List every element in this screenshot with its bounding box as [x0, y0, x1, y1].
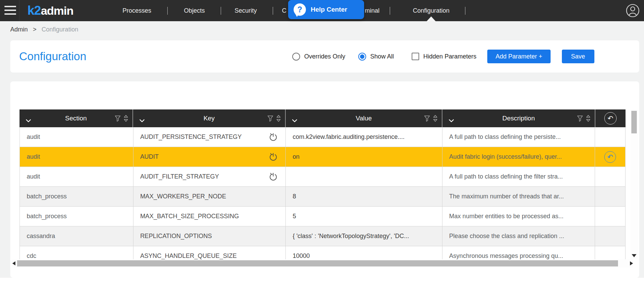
navbar-divider	[19, 0, 20, 21]
top-navbar: k2admin Processes Objects Security C min…	[0, 0, 644, 21]
grid-rows-viewport: audit AUDIT_PERSISTENCE_STRATEGY com.k2v…	[20, 127, 626, 259]
save-button[interactable]: Save	[562, 50, 594, 63]
logo-admin: admin	[41, 4, 73, 17]
hidden-parameters-label: Hidden Parameters	[423, 53, 476, 60]
overrides-only-label: Overrides Only	[304, 53, 345, 60]
sort-icon[interactable]	[124, 114, 128, 122]
revert-cell: ↶	[595, 207, 625, 226]
nav-separator	[221, 7, 221, 15]
value-cell[interactable]: 8	[286, 187, 442, 206]
description-cell[interactable]: Audit fabric login (success/failure), qu…	[442, 147, 595, 167]
filter-icon[interactable]	[576, 114, 584, 122]
table-row: audit AUDIT_FILTER_STRATEGY A full path …	[20, 167, 625, 187]
key-cell[interactable]: AUDIT_PERSISTENCE_STRATEGY	[133, 127, 286, 147]
filter-icon[interactable]	[423, 114, 431, 122]
revert-all-button[interactable]: ↶	[604, 112, 617, 125]
value-cell[interactable]	[286, 167, 442, 186]
nav-item-processes[interactable]: Processes	[123, 0, 151, 21]
restart-icon	[269, 152, 278, 161]
breadcrumb: Admin > Configuration	[10, 26, 78, 33]
description-cell[interactable]: Asynchronous messages processing qu...	[442, 246, 595, 259]
breadcrumb-current: Configuration	[42, 26, 78, 33]
key-cell[interactable]: MAX_BATCH_SIZE_PROCESSING	[133, 207, 286, 226]
key-text: REPLICATION_OPTIONS	[140, 226, 212, 246]
breadcrumb-separator: >	[33, 26, 37, 33]
description-cell[interactable]: Max number entities to be processed as..…	[442, 207, 595, 226]
key-text: MAX_WORKERS_PER_NODE	[140, 187, 226, 206]
user-icon	[626, 3, 640, 18]
revert-cell: ↶	[595, 187, 625, 206]
description-cell[interactable]: A full path to class defining the filter…	[442, 167, 595, 186]
table-row: cdc ASYNC_HANDLER_QUEUE_SIZE 10000 Async…	[20, 246, 625, 259]
value-cell[interactable]: 5	[286, 207, 442, 226]
key-text: AUDIT	[140, 147, 159, 167]
section-cell[interactable]: audit	[20, 167, 133, 186]
column-header-revert: ↶	[595, 109, 626, 127]
add-parameter-button[interactable]: Add Parameter +	[487, 50, 551, 63]
column-header-key[interactable]: Key	[133, 109, 286, 127]
help-question-icon: ?	[294, 3, 306, 16]
column-header-section[interactable]: Section	[20, 109, 133, 127]
filter-icon[interactable]	[114, 114, 121, 122]
nav-item-security[interactable]: Security	[234, 0, 257, 21]
vertical-scroll-thumb[interactable]	[631, 111, 637, 133]
key-cell[interactable]: AUDIT	[133, 147, 286, 167]
sort-icon[interactable]	[276, 114, 281, 122]
scroll-right-arrow-button[interactable]	[630, 261, 633, 265]
value-cell[interactable]: { 'class' : 'NetworkTopologyStrategy', '…	[286, 226, 442, 246]
help-center-label: Help Center	[311, 6, 347, 13]
description-cell[interactable]: Please choose the class and replication …	[442, 226, 595, 246]
scroll-down-arrow-button[interactable]	[632, 254, 636, 257]
horizontal-scrollbar[interactable]	[12, 259, 633, 267]
toolbar: Overrides Only Show All Hidden Parameter…	[282, 40, 594, 73]
value-cell[interactable]: on	[286, 147, 442, 167]
app-logo: k2admin	[27, 3, 73, 18]
horizontal-scroll-thumb[interactable]	[17, 260, 618, 266]
table-row: audit AUDIT_PERSISTENCE_STRATEGY com.k2v…	[20, 127, 625, 147]
help-center-button[interactable]: ? Help Center	[288, 0, 364, 19]
section-cell[interactable]: cdc	[20, 246, 133, 259]
table-row: cassandra REPLICATION_OPTIONS { 'class' …	[20, 226, 625, 246]
sort-icon[interactable]	[586, 114, 591, 122]
column-header-description[interactable]: Description	[442, 109, 595, 127]
table-row: audit AUDIT on Audit fabric login (succe…	[20, 147, 625, 167]
nav-item-terminal-partially-hidden[interactable]: minal	[365, 0, 379, 21]
column-header-label: Value	[286, 109, 442, 127]
key-cell[interactable]: REPLICATION_OPTIONS	[133, 226, 286, 246]
section-cell[interactable]: audit	[20, 147, 133, 167]
value-cell[interactable]: 10000	[286, 246, 442, 259]
checkbox-hidden-parameters[interactable]: Hidden Parameters	[412, 53, 476, 60]
table-row: batch_process MAX_WORKERS_PER_NODE 8 The…	[20, 187, 625, 207]
radio-overrides-only[interactable]: Overrides Only	[292, 53, 345, 61]
vertical-scrollbar[interactable]	[630, 110, 638, 259]
nav-item-partially-hidden[interactable]: C	[282, 0, 286, 21]
value-cell[interactable]: com.k2view.fabric.auditing.persistence..…	[286, 127, 442, 147]
user-avatar-button[interactable]	[626, 3, 640, 18]
nav-item-objects[interactable]: Objects	[184, 0, 205, 21]
sort-icon[interactable]	[433, 114, 438, 122]
key-cell[interactable]: MAX_WORKERS_PER_NODE	[133, 187, 286, 206]
page: k2admin Processes Objects Security C min…	[0, 0, 644, 288]
section-cell[interactable]: audit	[20, 127, 133, 147]
breadcrumb-admin-link[interactable]: Admin	[10, 26, 28, 33]
radio-show-all[interactable]: Show All	[358, 53, 394, 61]
section-cell[interactable]: batch_process	[20, 187, 133, 206]
revert-row-button[interactable]: ↶	[604, 151, 616, 163]
section-cell[interactable]: batch_process	[20, 207, 133, 226]
key-text: AUDIT_PERSISTENCE_STRATEGY	[140, 127, 242, 147]
grid-header-row: Section Key Value	[20, 109, 626, 127]
key-cell[interactable]: AUDIT_FILTER_STRATEGY	[133, 167, 286, 186]
hamburger-menu-button[interactable]	[3, 4, 17, 17]
revert-cell: ↶	[595, 147, 625, 167]
description-cell[interactable]: The maximum number of threads that ar...	[442, 187, 595, 206]
column-header-value[interactable]: Value	[286, 109, 442, 127]
filter-icon[interactable]	[267, 114, 274, 122]
column-header-label: Key	[133, 109, 285, 127]
scroll-left-arrow-button[interactable]	[12, 261, 15, 265]
hamburger-icon	[4, 6, 16, 7]
hamburger-icon	[4, 13, 16, 15]
description-cell[interactable]: A full path to class defining the persis…	[442, 127, 595, 147]
column-header-label: Description	[442, 109, 595, 127]
key-cell[interactable]: ASYNC_HANDLER_QUEUE_SIZE	[133, 246, 286, 259]
section-cell[interactable]: cassandra	[20, 226, 133, 246]
